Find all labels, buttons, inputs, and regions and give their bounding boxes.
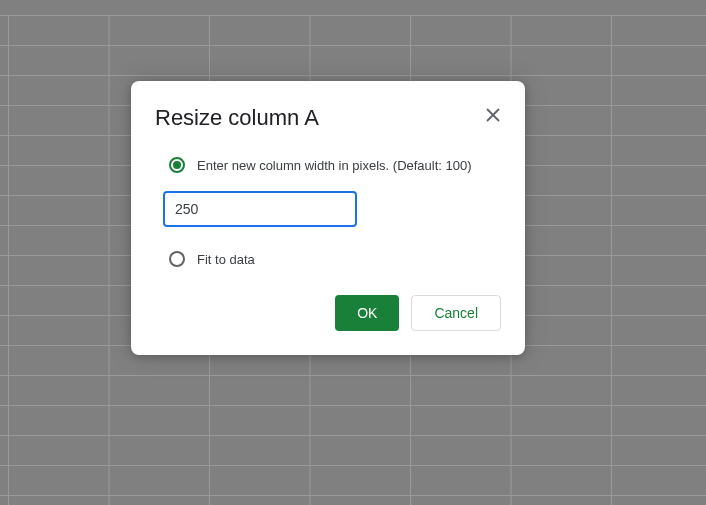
close-button[interactable] xyxy=(481,103,505,127)
radio-enter-width[interactable] xyxy=(169,157,185,173)
close-icon xyxy=(486,108,500,122)
option-fit-to-data[interactable]: Fit to data xyxy=(155,247,501,271)
column-width-input[interactable] xyxy=(163,191,357,227)
dialog-title: Resize column A xyxy=(155,105,319,131)
resize-column-dialog: Resize column A Enter new column width i… xyxy=(131,81,525,355)
radio-fit-to-data[interactable] xyxy=(169,251,185,267)
cancel-button[interactable]: Cancel xyxy=(411,295,501,331)
option-enter-width[interactable]: Enter new column width in pixels. (Defau… xyxy=(155,153,501,177)
option-fit-label: Fit to data xyxy=(197,252,255,267)
ok-button[interactable]: OK xyxy=(335,295,399,331)
option-enter-width-label: Enter new column width in pixels. (Defau… xyxy=(197,158,472,173)
